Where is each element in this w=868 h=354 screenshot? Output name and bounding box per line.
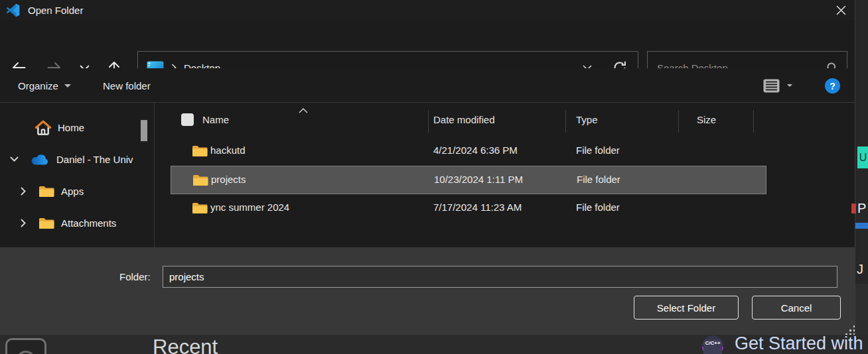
file-row-projects[interactable]: projects 10/23/2024 1:11 PM File folder [171,166,766,194]
folder-icon [192,174,208,186]
sidebar-item-label: Apps [61,186,84,197]
column-divider[interactable] [428,110,429,133]
vscode-logo-icon [6,3,20,17]
folder-icon [192,145,208,157]
file-type: File folder [576,202,620,213]
file-type: File folder [576,145,620,156]
column-headers: Name Date modified Type Size [155,106,856,134]
help-button[interactable]: ? [825,78,840,93]
background-letter-p: P [857,201,866,216]
column-header-type[interactable]: Type [576,114,598,125]
organize-menu[interactable]: Organize [18,68,71,103]
dialog-footer: Folder: Select Folder Cancel [0,247,856,335]
folder-name-input[interactable] [163,266,837,288]
expand-chevron-icon[interactable] [18,219,29,227]
file-name: projects [211,174,246,185]
file-date-modified: 4/21/2024 6:36 PM [433,145,518,156]
folder-icon [192,202,208,214]
home-icon [35,120,52,135]
background-red-fragment [851,204,856,213]
sidebar: Home Daniel - The Univ [0,103,155,247]
background-right-lower [855,284,868,335]
dialog-titlebar: Open Folder [0,0,856,20]
select-folder-button[interactable]: Select Folder [634,296,739,320]
background-tab-badge-u: U [857,147,868,168]
file-type: File folder [577,174,620,185]
onedrive-icon [31,154,48,165]
file-name: ync summer 2024 [210,202,289,213]
command-toolbar: Organize New folder ? [0,68,856,103]
file-date-modified: 7/17/2024 11:23 AM [433,202,522,213]
sort-ascending-icon [299,104,308,116]
file-date-modified: 10/23/2024 1:11 PM [434,174,523,185]
background-letter-j: J [857,262,863,277]
magnifier-circle [17,351,35,354]
organize-label: Organize [18,80,58,91]
sidebar-item-apps[interactable]: Apps [0,175,169,207]
file-row-ync-summer-2024[interactable]: ync summer 2024 7/17/2024 11:23 AM File … [171,194,766,223]
view-caret-icon [787,84,792,87]
background-vscode-right: U P J [855,0,868,335]
navigation-bar: Desktop [0,20,856,68]
details-view-icon [763,79,780,93]
close-button[interactable] [828,1,853,19]
column-divider[interactable] [565,110,566,133]
new-folder-button[interactable]: New folder [103,68,151,103]
column-header-date-modified[interactable]: Date modified [433,114,495,125]
file-name: hackutd [210,145,246,156]
search-doc-partial-icon [5,338,46,354]
cpp-icon-label: C/C++ [703,339,721,354]
collapse-chevron-icon[interactable] [9,156,19,162]
sidebar-item-label: Home [58,122,84,133]
view-mode-button[interactable] [763,68,792,103]
sidebar-item-attachments[interactable]: Attachments [0,207,169,239]
expand-chevron-icon[interactable] [18,187,29,196]
column-divider[interactable] [678,110,679,133]
close-icon [836,5,846,15]
folder-label: Folder: [119,271,151,282]
dialog-title: Open Folder [28,5,83,16]
background-blue-bar [855,223,868,229]
folder-icon [38,185,54,198]
sidebar-item-label: Daniel - The Univ [56,154,133,165]
open-folder-dialog: Open Folder [0,0,868,354]
recent-heading: Recent [153,335,218,354]
background-vscode-bottom: Recent C/C++ Get Started with C [0,335,868,354]
organize-caret-icon [64,84,71,88]
walkthrough-title: Get Started with C [735,335,868,354]
file-list: Name Date modified Type Size hackutd 4/2… [155,103,856,247]
sidebar-item-onedrive[interactable]: Daniel - The Univ [0,143,160,175]
column-divider[interactable] [753,110,754,133]
select-all-checkbox[interactable] [181,113,194,126]
file-row-hackutd[interactable]: hackutd 4/21/2024 6:36 PM File folder [171,137,766,166]
column-header-size[interactable]: Size [697,114,716,125]
column-header-name[interactable]: Name [202,114,229,125]
sidebar-item-label: Attachments [61,217,116,229]
cancel-button[interactable]: Cancel [752,296,841,320]
folder-icon [38,217,54,229]
cpp-extension-icon: C/C++ [702,335,723,354]
